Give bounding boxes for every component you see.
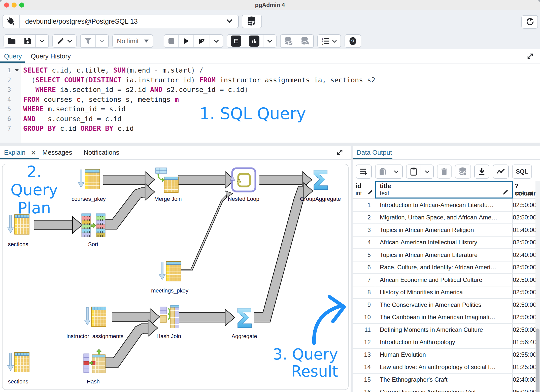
- tab-messages[interactable]: Messages: [42, 149, 72, 156]
- cell-title[interactable]: The Caribbean in the American Imaginati…: [375, 311, 513, 323]
- cell-title[interactable]: Introduction to Anthropology: [375, 336, 513, 348]
- tab-query[interactable]: Query: [4, 52, 22, 60]
- explain-button[interactable]: E: [227, 35, 245, 47]
- cell-interval[interactable]: 02:50:00: [513, 326, 535, 333]
- code-line[interactable]: GROUP BY c.id ORDER BY c.id: [23, 124, 540, 134]
- pencil-icon[interactable]: [502, 189, 509, 195]
- paste-button[interactable]: [407, 165, 421, 178]
- save-data-button[interactable]: [455, 165, 470, 178]
- tab-explain[interactable]: Explain: [4, 149, 25, 156]
- edit-menu-button[interactable]: [53, 35, 76, 47]
- scrollbar-thumb[interactable]: [536, 329, 539, 392]
- row-number[interactable]: 15: [353, 374, 375, 386]
- cell-title[interactable]: Introduction to African-American Literat…: [375, 199, 513, 211]
- pencil-icon[interactable]: [367, 189, 373, 195]
- code-line[interactable]: FROM courses c, sections s, meetings m: [23, 95, 540, 105]
- execute-button[interactable]: [178, 35, 193, 47]
- column-header-title[interactable]: title text: [375, 181, 513, 199]
- execute-options-button[interactable]: [193, 35, 210, 47]
- cell-title[interactable]: Topics in African American Religion: [375, 224, 513, 236]
- cell-interval[interactable]: 02:55:00: [513, 351, 535, 358]
- cell-interval[interactable]: 02:50:00: [513, 214, 535, 221]
- tab-notifications[interactable]: Notifications: [84, 149, 119, 156]
- delete-row-button[interactable]: [437, 165, 451, 178]
- show-sql-button[interactable]: SQL: [513, 165, 531, 178]
- download-button[interactable]: [475, 165, 489, 178]
- cell-interval[interactable]: 02:50:00: [513, 276, 535, 283]
- filter-button[interactable]: [81, 35, 95, 47]
- cell-title[interactable]: Race, Culture, and Identity: African Ame…: [375, 262, 513, 274]
- row-number[interactable]: 14: [353, 361, 375, 373]
- code-line[interactable]: (SELECT COUNT(DISTINCT ia.instructor_id)…: [23, 75, 540, 85]
- cell-interval[interactable]: 02:50:00: [513, 239, 535, 246]
- row-number[interactable]: 8: [353, 286, 375, 299]
- row-number[interactable]: 3: [353, 224, 375, 236]
- connection-select[interactable]: devbundle/postgres@PostgreSQL 13: [3, 15, 239, 28]
- row-number[interactable]: 4: [353, 237, 375, 249]
- code-line[interactable]: AND s.course_id = c.id: [23, 114, 540, 124]
- cell-title[interactable]: Migration, Urban Space, and African-Ame…: [375, 212, 513, 224]
- code-line[interactable]: WHERE ia.section_id = s2.id AND s2.cours…: [23, 85, 540, 95]
- row-number[interactable]: 12: [353, 336, 375, 348]
- row-number[interactable]: 5: [353, 249, 375, 261]
- cell-interval[interactable]: 02:50:00: [513, 202, 535, 209]
- save-file-button[interactable]: [20, 35, 35, 47]
- copy-button[interactable]: [376, 165, 390, 178]
- explain-menu-button[interactable]: [263, 35, 276, 47]
- cell-interval[interactable]: 01:25:00: [513, 364, 535, 371]
- rollback-button[interactable]: [297, 35, 313, 47]
- cell-title[interactable]: African-American Intellectual History: [375, 237, 513, 249]
- cell-title[interactable]: Current Issues in Anthropology: Vict…: [375, 386, 513, 392]
- cell-title[interactable]: African Economic and Political Culture: [375, 274, 513, 286]
- paste-menu-button[interactable]: [421, 165, 433, 178]
- cell-interval[interactable]: 02:50:00: [513, 289, 535, 296]
- row-number[interactable]: 9: [353, 299, 375, 311]
- row-number[interactable]: 1: [353, 199, 375, 211]
- cell-interval[interactable]: 02:40:00: [513, 376, 535, 383]
- save-menu-button[interactable]: [35, 35, 48, 47]
- code-line[interactable]: WHERE m.section_id = s.id: [23, 104, 540, 114]
- row-number[interactable]: 13: [353, 349, 375, 361]
- expand-icon[interactable]: [336, 149, 344, 157]
- vertical-scrollbar[interactable]: [535, 181, 540, 392]
- cell-title[interactable]: The Ethnographer's Craft: [375, 374, 513, 386]
- cell-title[interactable]: Human Evolution: [375, 349, 513, 361]
- row-number[interactable]: 6: [353, 262, 375, 274]
- close-icon[interactable]: ✕: [31, 149, 36, 157]
- column-header-id[interactable]: id int: [353, 181, 375, 199]
- row-limit-select[interactable]: No limit: [113, 35, 153, 47]
- row-number[interactable]: 16: [353, 386, 375, 392]
- macro-button[interactable]: 1 2 3: [318, 35, 341, 47]
- cell-title[interactable]: Defining Moments in American Culture: [375, 324, 513, 336]
- cell-interval[interactable]: 02:50:00: [513, 314, 535, 321]
- graph-visualizer-button[interactable]: [493, 165, 508, 178]
- open-file-button[interactable]: [4, 35, 20, 47]
- horizontal-splitter[interactable]: [0, 143, 540, 146]
- cell-interval[interactable]: 05:00:00: [513, 388, 535, 392]
- tab-query-history[interactable]: Query History: [31, 52, 71, 60]
- filter-menu-button[interactable]: [95, 35, 108, 47]
- commit-button[interactable]: [281, 35, 297, 47]
- refresh-button[interactable]: [521, 15, 538, 29]
- cell-interval[interactable]: 02:50:00: [513, 301, 535, 308]
- fold-chevron-icon[interactable]: [15, 69, 19, 72]
- new-connection-button[interactable]: [242, 15, 262, 28]
- row-number[interactable]: 7: [353, 274, 375, 286]
- sql-editor[interactable]: 1234567 SELECT c.id, c.title, SUM(m.end …: [0, 63, 540, 143]
- code-line[interactable]: SELECT c.id, c.title, SUM(m.end - m.star…: [23, 66, 540, 75]
- row-number[interactable]: 2: [353, 212, 375, 224]
- vertical-splitter[interactable]: [351, 146, 353, 392]
- explain-analyze-button[interactable]: [245, 35, 263, 47]
- copy-menu-button[interactable]: [390, 165, 402, 178]
- stop-button[interactable]: [164, 35, 178, 47]
- help-button[interactable]: ?: [345, 35, 361, 47]
- cell-title[interactable]: History of Minorities in America: [375, 286, 513, 299]
- cell-interval[interactable]: 01:40:00: [513, 226, 535, 234]
- row-number[interactable]: 11: [353, 324, 375, 336]
- cell-title[interactable]: Law and love: An anthropology of social …: [375, 361, 513, 373]
- cell-title[interactable]: Topics in African American Literature: [375, 249, 513, 261]
- tab-data-output[interactable]: Data Output: [357, 149, 392, 156]
- execute-menu-button[interactable]: [210, 35, 223, 47]
- add-row-button[interactable]: [356, 165, 371, 178]
- cell-title[interactable]: The Conservative in American Politics: [375, 299, 513, 311]
